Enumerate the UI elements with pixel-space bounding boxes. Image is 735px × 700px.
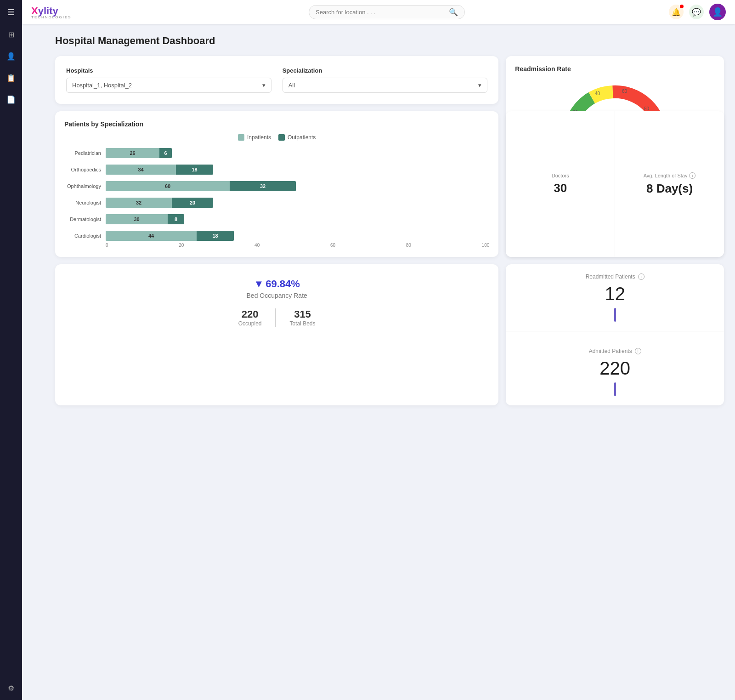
bar-label: Cardiologist <box>64 233 101 239</box>
logo-text: Xylity TECHNOLOGIES <box>31 5 72 19</box>
bar-label: Neurologist <box>64 200 101 205</box>
logo-x: X <box>31 5 38 17</box>
outpatient-legend-dot <box>278 134 285 141</box>
specialization-chevron-icon: ▾ <box>478 82 481 89</box>
logo-sub: TECHNOLOGIES <box>31 15 72 19</box>
inpatient-legend-dot <box>238 134 244 141</box>
bar-inpatient: 34 <box>106 165 176 175</box>
avg-stay-label: Avg. Length of Stay i <box>644 172 696 179</box>
chart-card: Patients by Specialization Inpatients Ou… <box>55 111 498 257</box>
bed-rate-label: Bed Occupancy Rate <box>64 292 489 299</box>
bar-group: 266 <box>106 148 489 158</box>
total-beds-stat: 315 Total Beds <box>276 308 329 327</box>
specialization-select[interactable]: All ▾ <box>283 78 488 93</box>
bar-inpatient: 30 <box>106 214 168 224</box>
bar-group: 4418 <box>106 231 489 241</box>
bar-group: 3220 <box>106 198 489 208</box>
bar-outpatient: 18 <box>176 165 213 175</box>
readmitted-info-icon[interactable]: i <box>638 273 645 280</box>
outpatient-legend-label: Outpatients <box>288 134 316 141</box>
occupied-value: 220 <box>238 308 262 320</box>
avg-stay-value: 8 Day(s) <box>646 182 693 196</box>
sidebar-grid-icon[interactable]: ⊞ <box>6 28 16 41</box>
total-beds-value: 315 <box>289 308 315 320</box>
sidebar: ☰ ⊞ 👤 📋 📄 ⚙ <box>0 0 22 700</box>
specialization-label: Specialization <box>283 67 488 74</box>
search-area: 🔍 <box>105 5 669 19</box>
readmitted-title: Readmitted Patients i <box>586 273 645 280</box>
bar-inpatient: 60 <box>106 181 230 191</box>
admitted-section: Admitted Patients i 220 <box>506 339 724 405</box>
svg-text:80: 80 <box>644 106 650 111</box>
legend-inpatient: Inpatients <box>238 134 271 141</box>
doctors-label: Doctors <box>552 173 569 178</box>
bar-outpatient: 6 <box>159 148 172 158</box>
hospitals-label: Hospitals <box>66 67 271 74</box>
search-box: 🔍 <box>309 5 465 19</box>
chart-title: Patients by Specialization <box>64 120 489 128</box>
bar-outpatient: 32 <box>230 181 296 191</box>
bar-label: Dermatologist <box>64 216 101 222</box>
sidebar-settings-icon[interactable]: ⚙ <box>6 682 16 694</box>
readmission-title: Readmission Rate <box>515 65 715 73</box>
header-icons: 🔔 💬 👤 <box>669 4 726 20</box>
notif-badge <box>680 5 684 8</box>
sidebar-user-icon[interactable]: 👤 <box>5 50 17 63</box>
bar-group: 3418 <box>106 165 489 175</box>
admitted-value: 220 <box>599 358 630 379</box>
bed-rate-triangle-icon: ▼ <box>254 278 264 290</box>
sidebar-menu-icon[interactable]: ☰ <box>6 6 17 19</box>
message-icon[interactable]: 💬 <box>689 5 704 19</box>
total-beds-label: Total Beds <box>289 320 315 327</box>
svg-text:60: 60 <box>622 89 628 94</box>
hospitals-filter-group: Hospitals Hospital_1, Hospital_2 ▾ <box>66 67 271 93</box>
patients-card: Readmitted Patients i 12 Admitted Patien… <box>506 264 724 405</box>
bar-inpatient: 26 <box>106 148 159 158</box>
hospitals-value: Hospital_1, Hospital_2 <box>72 82 132 89</box>
bar-label: Pediatrician <box>64 150 101 156</box>
search-icon[interactable]: 🔍 <box>449 8 458 17</box>
bar-group: 308 <box>106 214 489 224</box>
avg-stay-stat: Avg. Length of Stay i 8 Day(s) <box>615 111 724 257</box>
bed-rate-value: ▼69.84% <box>64 278 489 290</box>
admitted-title: Admitted Patients i <box>589 348 641 354</box>
avg-stay-info-icon[interactable]: i <box>689 172 695 179</box>
notification-icon[interactable]: 🔔 <box>669 5 684 19</box>
bar-outpatient: 8 <box>168 214 184 224</box>
specialization-filter-group: Specialization All ▾ <box>283 67 488 93</box>
doctors-value: 30 <box>554 181 567 195</box>
chart-legend: Inpatients Outpatients <box>64 134 489 141</box>
doctors-stat: Doctors 30 <box>506 111 615 257</box>
readmitted-value: 12 <box>605 284 625 304</box>
legend-outpatient: Outpatients <box>278 134 316 141</box>
sidebar-list-icon[interactable]: 📄 <box>5 93 17 106</box>
bar-row: Dermatologist308 <box>64 214 489 224</box>
avatar[interactable]: 👤 <box>709 4 726 20</box>
logo-ylity: ylity <box>38 5 58 17</box>
bar-group: 6032 <box>106 181 489 191</box>
bar-label: Ophthalmology <box>64 183 101 189</box>
logo: Xylity TECHNOLOGIES <box>31 5 105 19</box>
sidebar-doc-icon[interactable]: 📋 <box>5 72 17 84</box>
specialization-value: All <box>288 82 295 89</box>
bar-row: Neurologist3220 <box>64 198 489 208</box>
bar-chart: Pediatrician266Orthopaedics3418Ophthalmo… <box>64 148 489 241</box>
occupied-stat: 220 Occupied <box>225 308 276 327</box>
bar-row: Pediatrician266 <box>64 148 489 158</box>
bar-axis: 0 20 40 60 80 100 <box>64 243 489 248</box>
hospitals-chevron-icon: ▾ <box>262 82 266 89</box>
admitted-info-icon[interactable]: i <box>635 348 641 354</box>
filters-card: Hospitals Hospital_1, Hospital_2 ▾ Speci… <box>55 56 498 104</box>
main-wrapper: Hospital Management Dashboard Hospitals … <box>44 24 735 700</box>
occupied-label: Occupied <box>238 320 262 327</box>
bar-label: Orthopaedics <box>64 167 101 172</box>
hospitals-select[interactable]: Hospital_1, Hospital_2 ▾ <box>66 78 271 93</box>
header: Xylity TECHNOLOGIES 🔍 🔔 💬 👤 <box>22 0 735 24</box>
bar-row: Ophthalmology6032 <box>64 181 489 191</box>
page-title: Hospital Management Dashboard <box>55 35 724 47</box>
bed-stats: 220 Occupied 315 Total Beds <box>64 308 489 327</box>
svg-text:40: 40 <box>595 91 600 96</box>
search-input[interactable] <box>316 9 449 16</box>
admitted-bar <box>614 382 616 396</box>
bar-inpatient: 32 <box>106 198 172 208</box>
